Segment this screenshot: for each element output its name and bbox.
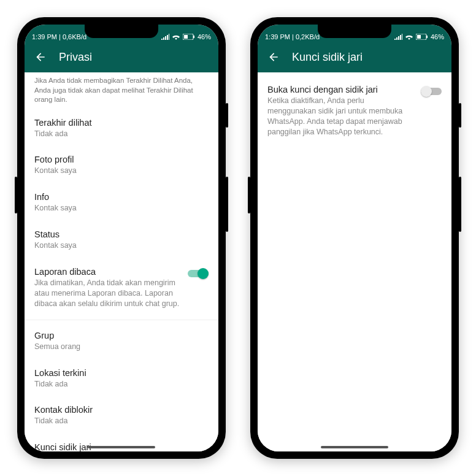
- setting-title: Lokasi terkini: [34, 368, 209, 378]
- app-bar: Kunci sidik jari: [258, 42, 451, 72]
- setting-title: Buka kunci dengan sidik jari: [267, 85, 413, 94]
- battery-icon: [416, 34, 428, 40]
- setting-profile-photo[interactable]: Foto profil Kontak saya: [25, 147, 218, 184]
- power-button: [459, 103, 461, 128]
- status-icons: 46%: [161, 33, 211, 40]
- setting-status[interactable]: Status Kontak saya: [25, 221, 218, 259]
- notch: [85, 25, 158, 38]
- wifi-icon: [172, 34, 180, 40]
- signal-icon: [161, 34, 169, 40]
- fingerprint-unlock-toggle[interactable]: [421, 86, 442, 97]
- setting-title: Terakhir dilihat: [34, 118, 209, 128]
- privacy-note: Jika Anda tidak membagikan Terakhir Dili…: [25, 72, 218, 110]
- setting-value: Tidak ada: [34, 379, 209, 390]
- side-button: [248, 177, 250, 213]
- setting-title: Kontak diblokir: [34, 405, 209, 415]
- svg-rect-4: [426, 36, 428, 38]
- page-title: Privasi: [59, 51, 92, 64]
- notch: [318, 25, 391, 38]
- setting-value: Tidak ada: [34, 129, 209, 139]
- setting-value: Kontak saya: [34, 166, 209, 176]
- back-button[interactable]: [264, 47, 283, 67]
- setting-last-seen[interactable]: Terakhir dilihat Tidak ada: [25, 110, 218, 147]
- signal-icon: [394, 34, 402, 40]
- read-receipts-toggle[interactable]: [188, 268, 209, 279]
- divider: [25, 320, 218, 320]
- setting-title: Foto profil: [34, 155, 209, 164]
- setting-title: Laporan dibaca: [34, 267, 180, 277]
- setting-fingerprint-lock[interactable]: Kunci sidik jari Dinonaktifkan: [25, 434, 218, 451]
- setting-value: Tidak ada: [34, 416, 209, 426]
- setting-info[interactable]: Info Kontak saya: [25, 184, 218, 221]
- volume-button: [459, 177, 461, 232]
- app-bar: Privasi: [25, 42, 218, 72]
- setting-unlock-with-fingerprint[interactable]: Buka kunci dengan sidik jari Ketika diak…: [258, 72, 451, 145]
- setting-title: Status: [34, 229, 209, 239]
- status-time: 1:39 PM | 0,6KB/d: [32, 33, 86, 40]
- phone-frame-left: 1:39 PM | 0,6KB/d 46% Privasi Jika Anda …: [17, 17, 226, 459]
- home-indicator: [88, 446, 155, 448]
- setting-live-location[interactable]: Lokasi terkini Tidak ada: [25, 360, 218, 397]
- setting-value: Kontak saya: [34, 240, 209, 251]
- setting-read-receipts[interactable]: Laporan dibaca Jika dimatikan, Anda tida…: [25, 259, 218, 317]
- back-button[interactable]: [31, 47, 50, 67]
- setting-groups[interactable]: Grup Semua orang: [25, 323, 218, 360]
- power-button: [226, 103, 228, 128]
- svg-rect-5: [417, 35, 421, 39]
- wifi-icon: [405, 34, 413, 40]
- settings-list[interactable]: Jika Anda tidak membagikan Terakhir Dili…: [25, 72, 218, 451]
- battery-percent: 46%: [198, 33, 211, 40]
- setting-value: Kontak saya: [34, 203, 209, 213]
- setting-description: Ketika diaktifkan, Anda perlu menggunaka…: [267, 96, 413, 137]
- phone-frame-right: 1:39 PM | 0,2KB/d 46% Kunci sidik jari B…: [250, 17, 459, 459]
- setting-blocked-contacts[interactable]: Kontak diblokir Tidak ada: [25, 397, 218, 434]
- side-button: [15, 177, 17, 213]
- setting-value: Semua orang: [34, 342, 209, 352]
- svg-rect-2: [184, 35, 188, 39]
- setting-title: Grup: [34, 331, 209, 340]
- setting-title: Info: [34, 192, 209, 202]
- battery-icon: [183, 34, 195, 40]
- home-indicator: [321, 446, 388, 448]
- setting-description: Jika dimatikan, Anda tidak akan mengirim…: [34, 278, 180, 309]
- arrow-left-icon: [34, 51, 47, 63]
- status-time: 1:39 PM | 0,2KB/d: [265, 33, 320, 40]
- svg-rect-1: [193, 36, 194, 38]
- page-title: Kunci sidik jari: [292, 51, 363, 64]
- volume-button: [226, 177, 228, 232]
- arrow-left-icon: [267, 51, 280, 63]
- status-icons: 46%: [394, 33, 444, 40]
- settings-list: Buka kunci dengan sidik jari Ketika diak…: [258, 72, 451, 451]
- battery-percent: 46%: [431, 33, 444, 40]
